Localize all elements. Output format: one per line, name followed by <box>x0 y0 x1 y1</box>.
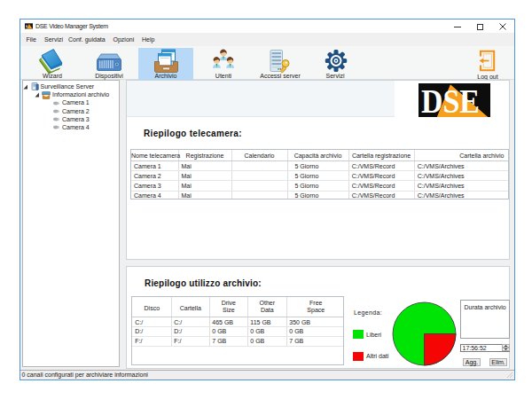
svg-text:DSE: DSE <box>421 83 480 117</box>
